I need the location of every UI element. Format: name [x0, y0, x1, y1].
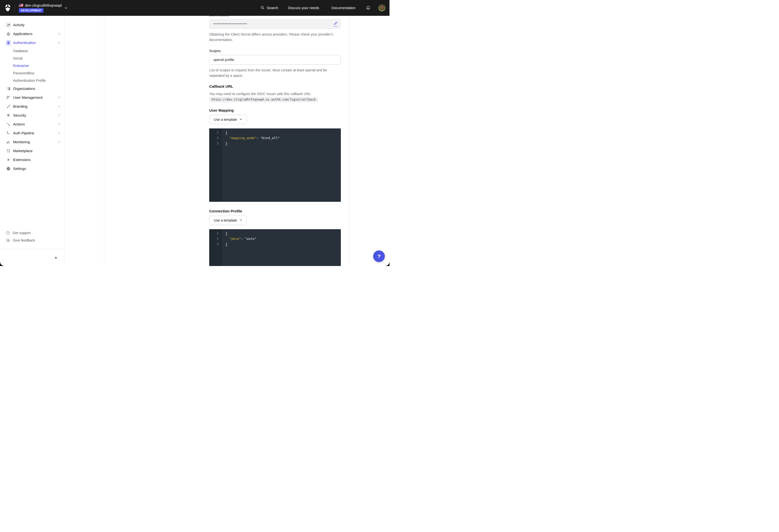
chevron-right-icon — [58, 105, 61, 108]
edit-client-secret-button[interactable] — [334, 21, 338, 27]
actions-flow-icon — [6, 122, 11, 127]
user-avatar[interactable] — [378, 4, 385, 11]
sidebar-item-label: Auth Pipeline — [13, 131, 58, 135]
notifications-bell-icon[interactable] — [366, 5, 370, 10]
collapse-sidebar-button[interactable]: « — [55, 255, 57, 260]
sidebar-item-security[interactable]: Security — [0, 111, 65, 120]
sidebar-item-passwordless[interactable]: Passwordless — [0, 69, 65, 77]
authentication-lock-icon — [6, 40, 11, 45]
client-secret-field: •••••••••••••••••••••••• — [209, 19, 341, 29]
sidebar-item-label: Authentication — [13, 41, 58, 45]
code-token: { — [226, 131, 228, 134]
sidebar-item-database[interactable]: Database — [0, 47, 65, 55]
tenant-name: dev-zlvgrudhtfnqnwqd — [25, 3, 62, 7]
settings-form: Client Secret •••••••••••••••••••••••• O… — [209, 13, 341, 266]
sidebar-footer: ? Get support Give feedback — [0, 229, 65, 244]
monitoring-bars-icon — [6, 139, 11, 144]
us-flag-icon — [19, 4, 23, 7]
connection-profile-title: Connection Profile — [209, 209, 341, 214]
sidebar-item-label: Branding — [13, 105, 58, 108]
line-number: 1 — [209, 231, 222, 236]
sidebar-item-label: Organizations — [13, 87, 61, 91]
code-token-value: "bind_all" — [260, 136, 280, 140]
feedback-bubbles-icon — [6, 238, 10, 243]
marketplace-icon — [6, 149, 11, 154]
chevron-right-icon — [58, 140, 61, 143]
chevron-right-icon — [58, 96, 61, 99]
line-number: 3 — [209, 141, 222, 146]
sidebar-item-actions[interactable]: Actions — [0, 120, 65, 129]
topbar-right: Search Discuss your needs Documentation — [260, 0, 390, 16]
get-support-label: Get support — [13, 231, 31, 235]
topbar-left: dev-zlvgrudhtfnqnwqd DEVELOPMENT — [0, 3, 67, 13]
client-secret-masked-value: •••••••••••••••••••••••• — [214, 19, 247, 29]
user-mapping-template-button[interactable]: Use a template — [209, 115, 247, 124]
sidebar-navigation: Activity Applications Authentication Dat… — [0, 16, 65, 266]
code-token: { — [226, 231, 228, 235]
line-number: 3 — [209, 242, 222, 247]
sidebar-item-label: Monitoring — [13, 140, 58, 144]
connection-profile-template-button[interactable]: Use a template — [209, 216, 247, 225]
get-support-link[interactable]: ? Get support — [0, 229, 65, 237]
scopes-input[interactable] — [209, 55, 341, 65]
help-floating-button[interactable]: ? — [373, 250, 385, 262]
sidebar-item-label: Applications — [13, 32, 58, 36]
chevron-down-icon — [239, 218, 242, 222]
callback-url-value: https://dev-zlvgrudhtfnqnwqd.us.auth0.co… — [209, 97, 318, 102]
sidebar-item-activity[interactable]: Activity — [0, 20, 65, 29]
discuss-your-needs-link[interactable]: Discuss your needs — [288, 6, 319, 10]
sidebar-item-label: Security — [13, 113, 58, 117]
sidebar-item-label: Settings — [13, 167, 61, 171]
sidebar-collapse-row: « — [0, 249, 65, 266]
environment-badge: DEVELOPMENT — [19, 8, 44, 13]
code-token: : — [256, 136, 260, 140]
auth0-logo-icon[interactable] — [4, 4, 11, 12]
connection-profile-code-editor[interactable]: 1 2 3 { "pkce": "auto" } — [209, 229, 341, 266]
line-number: 2 — [209, 135, 222, 141]
organizations-icon — [6, 86, 11, 91]
line-number-gutter: 1 2 3 — [209, 229, 222, 266]
line-number: 2 — [209, 236, 222, 242]
sidebar-item-extensions[interactable]: Extensions — [0, 155, 65, 164]
sidebar-item-branding[interactable]: Branding — [0, 102, 65, 111]
sidebar-item-settings[interactable]: Settings — [0, 164, 65, 173]
give-feedback-link[interactable]: Give feedback — [0, 237, 65, 244]
extensions-chip-icon — [6, 157, 11, 162]
user-mapping-title: User Mapping — [209, 108, 341, 113]
scopes-label: Scopes — [209, 48, 341, 53]
tenant-switcher[interactable]: dev-zlvgrudhtfnqnwqd DEVELOPMENT — [19, 3, 62, 13]
user-mapping-code-editor[interactable]: 1 2 3 { "mapping_mode": "bind_all" } — [209, 128, 341, 202]
sidebar-item-monitoring[interactable]: Monitoring — [0, 137, 65, 146]
branding-brush-icon — [6, 104, 11, 109]
sidebar-item-enterprise[interactable]: Enterprise — [0, 62, 65, 69]
sidebar-item-social[interactable]: Social — [0, 55, 65, 62]
code-token: : — [241, 237, 245, 241]
search-button[interactable]: Search — [260, 5, 278, 10]
callback-url-text: You may need to configure the OIDC Issue… — [209, 92, 341, 96]
scopes-helper: List of scopes to request from the Issue… — [209, 67, 341, 78]
sidebar-item-applications[interactable]: Applications — [0, 29, 65, 38]
top-navigation-bar: dev-zlvgrudhtfnqnwqd DEVELOPMENT Search … — [0, 0, 390, 16]
documentation-link[interactable]: Documentation — [331, 6, 355, 10]
chevron-right-icon — [58, 33, 61, 35]
code-token-value: "auto" — [245, 237, 256, 241]
content-left-border — [104, 16, 104, 266]
sidebar-item-label: Activity — [13, 23, 61, 27]
code-token — [226, 136, 230, 140]
help-circle-icon: ? — [6, 231, 10, 235]
client-secret-helper: Obtaining the Client Secret differs acro… — [209, 32, 341, 43]
sidebar-item-organizations[interactable]: Organizations — [0, 84, 65, 93]
chevron-down-icon — [239, 118, 242, 121]
sidebar-item-authentication[interactable]: Authentication — [0, 38, 65, 47]
sidebar-item-authentication-profile[interactable]: Authentication Profile — [0, 77, 65, 84]
sidebar-item-user-management[interactable]: User Management — [0, 93, 65, 102]
code-token: } — [226, 141, 228, 145]
tenant-chevron-down-icon[interactable] — [64, 6, 67, 10]
code-area: { "mapping_mode": "bind_all" } — [222, 128, 341, 202]
sidebar-item-marketplace[interactable]: Marketplace — [0, 146, 65, 155]
search-label: Search — [267, 6, 278, 10]
sidebar-item-label: User Management — [13, 96, 58, 100]
line-number: 1 — [209, 130, 222, 135]
code-area: { "pkce": "auto" } — [222, 229, 341, 266]
sidebar-item-auth-pipeline[interactable]: Auth Pipeline — [0, 129, 65, 137]
